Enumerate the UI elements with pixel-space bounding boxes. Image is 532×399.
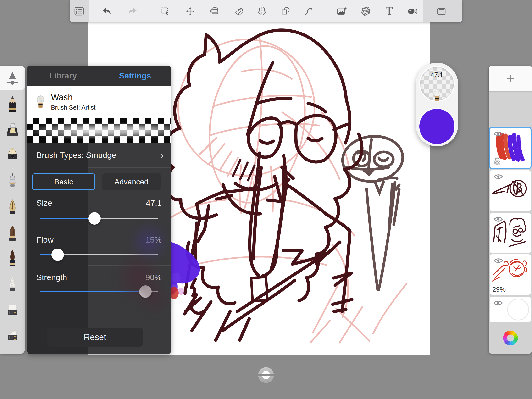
ink-sketch xyxy=(164,30,362,340)
sidebar-item-chisel-eraser[interactable] xyxy=(0,325,25,350)
layer-row-body-sketch[interactable] xyxy=(490,213,531,253)
brush-types-row[interactable]: Brush Types: Smudge › xyxy=(27,143,171,167)
brush-size-value: 47.1 xyxy=(420,71,454,79)
add-layer-button[interactable]: + xyxy=(489,66,532,91)
sidebar-item-eraser[interactable] xyxy=(0,300,25,325)
wash-brush-icon xyxy=(35,95,46,109)
interface-toggle-handle[interactable] xyxy=(258,367,274,383)
layer-visibility-icon[interactable] xyxy=(494,300,503,306)
sidebar-item-ink-brush[interactable] xyxy=(0,246,25,271)
layers-panel: + xyxy=(489,66,532,354)
shapes-icon[interactable] xyxy=(280,6,291,17)
toolbar-right-segment xyxy=(423,0,462,22)
flow-label: Flow xyxy=(36,235,54,244)
sidebar-item-airbrush[interactable] xyxy=(0,144,25,169)
symmetry-icon[interactable] xyxy=(256,6,268,17)
camera-icon[interactable] xyxy=(407,6,418,17)
brush-indicator-pill: 47.1 xyxy=(416,63,458,146)
layer-visibility-icon[interactable] xyxy=(494,258,503,264)
brush-preview-circle[interactable]: 47.1 xyxy=(419,66,455,102)
strength-label: Strength xyxy=(36,273,67,282)
sidebar-item-marker[interactable] xyxy=(0,118,25,143)
toolbar-left-segment xyxy=(70,0,89,22)
reset-button[interactable]: Reset xyxy=(47,328,143,347)
tab-library[interactable]: Library xyxy=(27,66,99,86)
flow-slider-thumb[interactable] xyxy=(51,248,64,261)
brush-settings-panel: Library Settings Wash Brush Set: Artist … xyxy=(27,66,171,354)
tool-sidebar xyxy=(0,66,25,354)
text-tool-icon[interactable]: T xyxy=(383,6,395,17)
add-image-icon[interactable] xyxy=(336,6,347,17)
sidebar-item-pencil[interactable] xyxy=(0,92,25,116)
brush-panel-tabs: Library Settings xyxy=(27,66,171,86)
layer-row-face-sketch[interactable] xyxy=(490,170,531,211)
strength-slider-thumb[interactable] xyxy=(139,285,152,298)
sidebar-item-tool-settings[interactable] xyxy=(0,66,25,90)
app-screen: T xyxy=(0,0,532,399)
perspective-grid-icon[interactable] xyxy=(360,6,371,17)
size-value: 47.1 xyxy=(146,198,162,208)
toolbar-main-segment: T xyxy=(89,0,423,22)
sidebar-item-blender-stump[interactable] xyxy=(0,273,25,298)
flow-value: 15% xyxy=(146,235,162,244)
size-slider-thumb[interactable] xyxy=(88,212,101,225)
layer-row-paint[interactable] xyxy=(490,127,531,168)
alpha-unlock-icon[interactable] xyxy=(494,157,501,165)
layer-row-background[interactable] xyxy=(490,297,531,323)
sidebar-item-fountain-pen[interactable] xyxy=(0,196,25,221)
measure-ruler-icon[interactable] xyxy=(234,6,245,17)
redo-icon[interactable] xyxy=(127,6,139,17)
size-slider[interactable] xyxy=(40,218,158,219)
curve-stroke-icon[interactable] xyxy=(303,6,314,17)
brush-stroke-preview xyxy=(27,118,171,143)
layer-opacity-badge: 29% xyxy=(492,286,506,293)
text-tool-glyph: T xyxy=(386,6,393,17)
chevron-right-icon: › xyxy=(160,151,164,159)
canvas-frame-icon[interactable] xyxy=(436,6,447,17)
size-label: Size xyxy=(36,198,52,208)
brush-thumbnail-icon xyxy=(432,89,442,102)
brush-types-label: Brush Types: Smudge xyxy=(36,151,160,160)
strength-value: 90% xyxy=(146,273,162,282)
current-brush-row[interactable]: Wash Brush Set: Artist xyxy=(27,86,171,118)
move-icon[interactable] xyxy=(184,6,196,17)
layer-visibility-icon[interactable] xyxy=(494,174,503,180)
current-color-swatch[interactable] xyxy=(419,109,455,144)
fill-bucket-icon[interactable] xyxy=(209,6,220,17)
basic-mode-button[interactable]: Basic xyxy=(32,173,95,190)
layer-visibility-icon[interactable] xyxy=(494,131,503,137)
strength-slider[interactable] xyxy=(40,291,158,292)
brush-name: Wash xyxy=(51,92,95,102)
flow-slider[interactable] xyxy=(40,254,158,255)
tab-settings[interactable]: Settings xyxy=(99,66,171,86)
plus-icon: + xyxy=(507,71,514,85)
rect-select-icon[interactable] xyxy=(159,6,171,17)
panels-list-icon[interactable] xyxy=(73,6,85,17)
undo-icon[interactable] xyxy=(101,6,112,17)
sidebar-item-round-brush[interactable] xyxy=(0,222,25,247)
top-toolbar: T xyxy=(70,0,462,22)
color-wheel-button[interactable] xyxy=(503,331,518,345)
sidebar-item-technical-pen[interactable] xyxy=(0,170,25,195)
stick-figure-sketch xyxy=(340,133,405,290)
brush-set-label: Brush Set: Artist xyxy=(51,104,95,111)
layer-visibility-icon[interactable] xyxy=(494,216,503,222)
advanced-mode-button[interactable]: Advanced xyxy=(102,173,161,190)
layer-row-rough-sketch[interactable]: 29% xyxy=(490,254,531,295)
